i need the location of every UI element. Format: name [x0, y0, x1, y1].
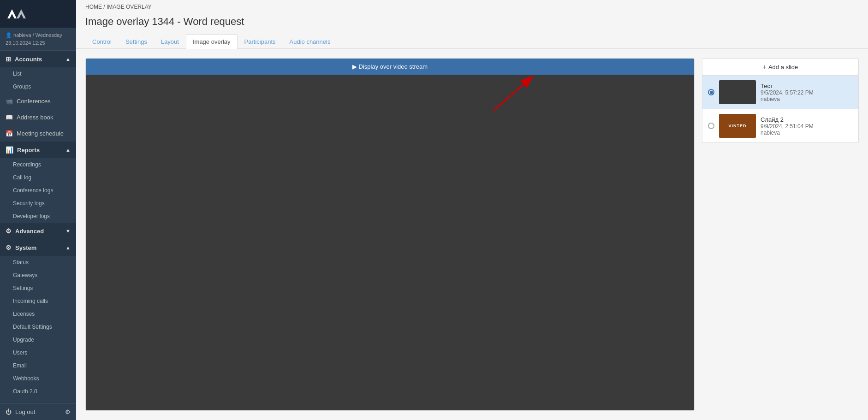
sidebar-section-advanced[interactable]: ⚙ Advanced ▼: [0, 223, 76, 239]
display-over-video-button[interactable]: ▶ Display over video stream: [86, 59, 694, 75]
sidebar-item-upgrade[interactable]: Upgrade: [0, 333, 76, 346]
video-preview: [86, 75, 694, 410]
slide-date-2: 9/9/2024, 2:51:04 PM: [761, 123, 853, 130]
conferences-icon: 📹: [6, 98, 13, 105]
meeting-schedule-icon: 📅: [6, 130, 13, 137]
sidebar-item-conferences[interactable]: 📹 Conferences: [0, 93, 76, 109]
tab-audio-channels[interactable]: Audio channels: [283, 34, 338, 49]
slide-radio-2[interactable]: [708, 123, 714, 129]
slide-item-1[interactable]: Тест 9/5/2024, 5:57:22 PM nabieva: [702, 76, 859, 109]
tabs-bar: Control Settings Layout Image overlay Pa…: [76, 34, 868, 49]
sidebar-item-users[interactable]: Users: [0, 346, 76, 359]
sidebar-item-security-logs[interactable]: Security logs: [0, 197, 76, 210]
sidebar-item-oauth[interactable]: Oauth 2.0: [0, 385, 76, 398]
breadcrumb-separator: /: [103, 4, 105, 10]
accounts-chevron: ▲: [65, 56, 71, 62]
sidebar-item-webhooks[interactable]: Webhooks: [0, 372, 76, 385]
advanced-chevron: ▼: [65, 228, 71, 234]
system-icon: ⚙: [6, 244, 12, 251]
reports-icon: 📊: [6, 146, 13, 154]
tab-layout[interactable]: Layout: [154, 34, 186, 49]
system-chevron: ▲: [65, 245, 71, 250]
sidebar-item-settings[interactable]: Settings: [0, 282, 76, 295]
slide-thumb-2: VINTED: [719, 114, 756, 138]
logo-icon: [7, 7, 26, 21]
sidebar-item-incoming-calls[interactable]: Incoming calls: [0, 295, 76, 308]
slide-name-2: Слайд 2: [761, 116, 853, 123]
sidebar-item-status[interactable]: Status: [0, 256, 76, 269]
advanced-icon: ⚙: [6, 227, 12, 235]
left-panel: ▶ Display over video stream: [85, 58, 695, 411]
main-content: HOME / IMAGE OVERLAY Image overlay 1344 …: [76, 0, 868, 420]
tab-image-overlay[interactable]: Image overlay: [186, 34, 238, 49]
breadcrumb-home[interactable]: HOME: [85, 4, 102, 10]
slide-name-1: Тест: [761, 83, 853, 89]
add-slide-label: Add a slide: [768, 64, 798, 71]
tab-settings[interactable]: Settings: [119, 34, 154, 49]
slide-info-1: Тест 9/5/2024, 5:57:22 PM nabieva: [761, 83, 853, 102]
breadcrumb: HOME / IMAGE OVERLAY: [76, 0, 868, 14]
svg-marker-0: [7, 9, 17, 18]
breadcrumb-current: IMAGE OVERLAY: [107, 4, 152, 10]
slide-author-1: nabieva: [761, 96, 853, 102]
sidebar-item-conference-logs[interactable]: Conference logs: [0, 184, 76, 197]
tab-participants[interactable]: Participants: [238, 34, 283, 49]
svg-marker-1: [17, 9, 26, 18]
slide-radio-1[interactable]: [708, 89, 714, 95]
sidebar-item-developer-logs[interactable]: Developer logs: [0, 210, 76, 223]
address-book-icon: 📖: [6, 114, 13, 121]
logout-icon: ⏻: [6, 408, 12, 415]
content-area: ▶ Display over video stream + Add a slid…: [76, 49, 868, 420]
sidebar-logout[interactable]: ⏻ Log out ⚙: [0, 403, 76, 420]
slide-info-2: Слайд 2 9/9/2024, 2:51:04 PM nabieva: [761, 116, 853, 136]
accounts-icon: ⊞: [6, 55, 11, 63]
slide-thumb-text-2: VINTED: [728, 124, 746, 128]
settings-gear-icon[interactable]: ⚙: [65, 408, 71, 415]
sidebar-item-email[interactable]: Email: [0, 359, 76, 372]
tab-control[interactable]: Control: [85, 34, 119, 49]
reports-chevron: ▲: [65, 147, 71, 153]
sidebar-section-reports[interactable]: 📊 Reports ▲: [0, 142, 76, 158]
slide-item-2[interactable]: VINTED Слайд 2 9/9/2024, 2:51:04 PM nabi…: [702, 109, 859, 143]
sidebar-item-groups[interactable]: Groups: [0, 80, 76, 93]
sidebar-item-address-book[interactable]: 📖 Address book: [0, 109, 76, 125]
sidebar-section-accounts[interactable]: ⊞ Accounts ▲: [0, 51, 76, 67]
sidebar-item-recordings[interactable]: Recordings: [0, 158, 76, 171]
sidebar-item-meeting-schedule[interactable]: 📅 Meeting schedule: [0, 125, 76, 142]
slide-date-1: 9/5/2024, 5:57:22 PM: [761, 89, 853, 96]
page-title: Image overlay 1344 - Word request: [76, 14, 868, 34]
sidebar-section-system[interactable]: ⚙ System ▲: [0, 239, 76, 256]
slide-thumb-1: [719, 80, 756, 104]
slide-author-2: nabieva: [761, 130, 853, 136]
right-panel: + Add a slide Тест 9/5/2024, 5:57:22 PM …: [702, 58, 859, 411]
plus-icon: +: [763, 63, 767, 71]
sidebar-item-call-log[interactable]: Call log: [0, 171, 76, 184]
sidebar-user: 👤 nabieva / Wednesday 23.10.2024 12:25: [0, 28, 76, 51]
sidebar-item-licenses[interactable]: Licenses: [0, 308, 76, 320]
add-slide-button[interactable]: + Add a slide: [702, 58, 859, 76]
sidebar-logo: [0, 0, 76, 28]
user-icon: 👤: [6, 32, 13, 38]
sidebar-item-gateways[interactable]: Gateways: [0, 269, 76, 282]
sidebar-item-list[interactable]: List: [0, 67, 76, 80]
sidebar: 👤 nabieva / Wednesday 23.10.2024 12:25 ⊞…: [0, 0, 76, 420]
sidebar-item-default-settings[interactable]: Default Settings: [0, 320, 76, 333]
